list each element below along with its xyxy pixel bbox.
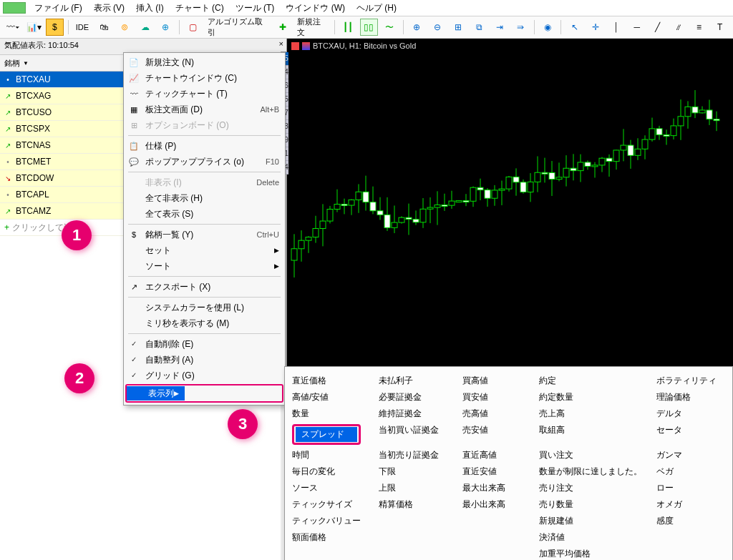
submenu-item[interactable]: セータ [649, 422, 732, 447]
submenu-item[interactable]: 最小出来高 [455, 496, 532, 513]
context-item[interactable]: 全て表示 (S) [124, 206, 285, 222]
submenu-item[interactable]: スプレッド [285, 422, 372, 447]
submenu-item[interactable]: 直近安値 [455, 463, 532, 480]
zoom-in-icon[interactable]: ⊕ [408, 19, 426, 36]
hline-icon[interactable]: ─ [628, 19, 646, 36]
submenu-item[interactable]: 上限 [372, 480, 455, 496]
submenu-item[interactable]: 未払利子 [372, 373, 455, 389]
submenu-item[interactable]: 感度 [649, 513, 732, 529]
submenu-item[interactable]: ボラティリティ [649, 373, 732, 389]
submenu-item[interactable]: 買安値 [455, 389, 532, 406]
submenu-item[interactable]: 売高値 [455, 406, 532, 422]
submenu-item[interactable]: 売り注文 [532, 480, 649, 496]
submenu-item[interactable]: 売安値 [455, 422, 532, 447]
fibo-icon[interactable]: ≡ [690, 19, 708, 36]
context-item[interactable]: 📈チャートウインドウ (C) [124, 70, 285, 86]
menu-tools[interactable]: ツール (T) [230, 2, 281, 14]
context-item[interactable]: 📋仕様 (P) [124, 138, 285, 154]
menu-insert[interactable]: 挿入 (I) [130, 2, 170, 14]
submenu-item[interactable]: 当初買い証拠金 [372, 422, 455, 447]
submenu-item[interactable]: 高値/安値 [285, 389, 372, 406]
submenu-item[interactable]: 直近高値 [455, 447, 532, 463]
submenu-item[interactable]: 約定数量 [532, 389, 649, 406]
submenu-item[interactable]: 直近価格 [285, 373, 372, 389]
submenu-item[interactable]: 加重平均価格 [532, 546, 649, 560]
submenu-item[interactable]: 売上高 [532, 406, 649, 422]
context-item[interactable]: ▦板注文画面 (D)Alt+B [124, 102, 285, 117]
submenu-item[interactable]: 毎日の変化 [285, 463, 372, 480]
line-type-icon[interactable]: 〰▾ [4, 19, 22, 36]
context-item[interactable]: ✓自動削除 (E) [124, 336, 285, 352]
submenu-item[interactable]: デルタ [649, 406, 732, 422]
submenu-item[interactable]: 最大出来高 [455, 480, 532, 496]
context-item[interactable]: システムカラーを使用 (L) [124, 300, 285, 315]
shift-icon[interactable]: ⇥ [491, 19, 509, 36]
shopping-icon[interactable]: 🛍 [94, 19, 112, 36]
context-item[interactable]: 〰ティックチャート (T) [124, 86, 285, 102]
submenu-item[interactable]: オメガ [649, 496, 732, 513]
close-icon[interactable]: × [279, 39, 283, 48]
submenu-item[interactable]: 下限 [372, 463, 455, 480]
cloud-icon[interactable]: ☁ [136, 19, 154, 36]
equidistant-icon[interactable]: ⫽ [669, 19, 687, 36]
zoom-out-icon[interactable]: ⊖ [429, 19, 447, 36]
new-order-button[interactable]: 新規注文 [293, 16, 331, 38]
submenu-item[interactable]: 決済値 [532, 529, 649, 546]
bars-icon[interactable]: ┃┃ [339, 19, 357, 36]
submenu-item[interactable]: ティックバリュー [285, 513, 372, 529]
submenu-item[interactable]: 買高値 [455, 373, 532, 389]
submenu-item[interactable]: 新規建値 [532, 513, 649, 529]
context-item[interactable]: ✓自動整列 (A) [124, 352, 285, 368]
line-chart-icon[interactable]: 〜 [381, 19, 399, 36]
camera-icon[interactable]: ◉ [539, 19, 557, 36]
cursor-icon[interactable]: ↖ [565, 19, 583, 36]
context-item[interactable]: セット▶ [124, 242, 285, 258]
tile-icon[interactable]: ⧉ [470, 19, 488, 36]
submenu-item[interactable]: 当初売り証拠金 [372, 447, 455, 463]
dollar-icon[interactable]: $ [46, 19, 64, 36]
submenu-item[interactable]: ベガ [649, 463, 732, 480]
context-item[interactable]: ✓グリッド (G) [124, 368, 285, 383]
crosshair-icon[interactable]: ✛ [586, 19, 604, 36]
context-item[interactable]: $銘柄一覧 (Y)Ctrl+U [124, 227, 285, 242]
vline-icon[interactable]: │ [607, 19, 625, 36]
submenu-item[interactable]: 理論価格 [649, 389, 732, 406]
new-order-plus-icon[interactable]: ✚ [273, 19, 291, 36]
submenu-item[interactable]: 精算価格 [372, 496, 455, 513]
context-item[interactable]: 📄新規注文 (N) [124, 54, 285, 70]
stop-icon[interactable]: ▢ [184, 19, 202, 36]
submenu-item[interactable]: ロー [649, 480, 732, 496]
menu-view[interactable]: 表示 (V) [88, 2, 130, 14]
algo-trade-button[interactable]: アルゴリズム取引 [203, 16, 272, 38]
menu-help[interactable]: ヘルプ (H) [351, 2, 402, 14]
context-item[interactable]: 💬ポップアッププライス (o)F10 [124, 154, 285, 170]
grid-icon[interactable]: ⊞ [450, 19, 467, 36]
submenu-item[interactable]: 買い注文 [532, 447, 649, 463]
context-item[interactable]: 全て非表示 (H) [124, 190, 285, 206]
submenu-item[interactable]: 数量 [285, 406, 372, 422]
text-icon[interactable]: T [711, 19, 729, 36]
context-item[interactable]: ミリ秒を表示する (M) [124, 315, 285, 331]
globe-icon[interactable]: ⊕ [157, 19, 175, 36]
wifi-icon[interactable]: ⊚ [115, 19, 133, 36]
submenu-item-spread[interactable]: スプレッド [292, 424, 361, 445]
submenu-item[interactable]: ソース [285, 480, 372, 496]
submenu-item[interactable]: 取組高 [532, 422, 649, 447]
submenu-item[interactable]: 維持証拠金 [372, 406, 455, 422]
candles-icon[interactable]: ▯▯ [360, 19, 378, 36]
submenu-item[interactable]: 必要証拠金 [372, 389, 455, 406]
menu-file[interactable]: ファイル (F) [29, 2, 88, 14]
submenu-item[interactable]: 数量が制限に達しました。 [532, 463, 649, 480]
menu-chart[interactable]: チャート (C) [170, 2, 230, 14]
submenu-item[interactable]: 時間 [285, 447, 372, 463]
submenu-item[interactable]: 売り数量 [532, 496, 649, 513]
submenu-item[interactable]: ティックサイズ [285, 496, 372, 513]
chart-type-icon[interactable]: 📊▾ [25, 19, 43, 36]
context-item-columns[interactable]: 表示列▶ [125, 384, 283, 403]
context-item[interactable]: ソート▶ [124, 258, 285, 274]
submenu-item[interactable]: 額面価格 [285, 529, 372, 546]
trendline-icon[interactable]: ╱ [649, 19, 666, 36]
autoscroll-icon[interactable]: ⇛ [512, 19, 530, 36]
context-item[interactable]: ↗エクスポート (X) [124, 279, 285, 295]
submenu-item[interactable]: ガンマ [649, 447, 732, 463]
